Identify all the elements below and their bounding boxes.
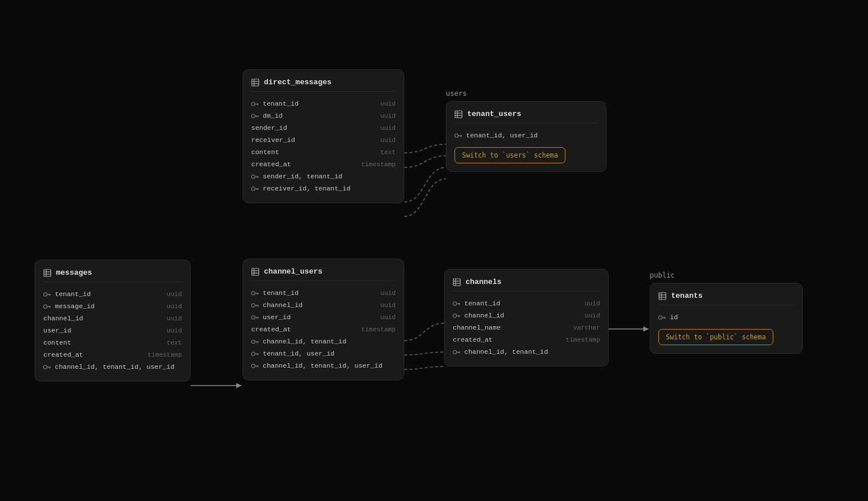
table-row: receiver_id uuid bbox=[251, 134, 396, 146]
svg-point-46 bbox=[251, 303, 255, 306]
table-name: messages bbox=[56, 268, 92, 277]
svg-rect-38 bbox=[252, 268, 259, 275]
table-row: channel_id, tenant_id, user_id bbox=[251, 360, 396, 372]
svg-point-26 bbox=[43, 292, 47, 296]
table-row: tenant_id uuid bbox=[251, 287, 396, 299]
table-icon bbox=[455, 110, 463, 118]
svg-point-54 bbox=[251, 339, 255, 343]
table-row: created_at timestamp bbox=[453, 334, 600, 346]
schema-label: users bbox=[446, 89, 606, 98]
key-icon bbox=[251, 174, 259, 180]
table-row: content text bbox=[251, 146, 396, 158]
table-row: tenant_id, user_id bbox=[455, 129, 598, 141]
key-icon bbox=[251, 186, 259, 192]
table-messages: messages tenant_id uuid message_id uuid … bbox=[35, 260, 191, 382]
table-direct-messages: direct_messages tenant_id uuid dm_id uui… bbox=[243, 69, 404, 203]
table-row: receiver_id, tenant_id bbox=[251, 182, 396, 195]
svg-point-34 bbox=[43, 365, 47, 368]
svg-point-50 bbox=[251, 315, 255, 319]
key-icon bbox=[251, 315, 259, 320]
table-row: tenant_id uuid bbox=[43, 288, 182, 300]
svg-point-18 bbox=[251, 186, 255, 190]
table-row: created_at timestamp bbox=[43, 349, 182, 361]
svg-rect-2 bbox=[252, 79, 259, 86]
svg-point-70 bbox=[453, 301, 456, 305]
table-row: channel_id, tenant_id, user_id bbox=[43, 361, 182, 373]
table-row: channel_name varchar bbox=[453, 321, 600, 334]
svg-rect-22 bbox=[44, 270, 51, 276]
key-icon bbox=[43, 291, 51, 297]
table-icon bbox=[43, 269, 51, 277]
table-row: user_id uuid bbox=[251, 311, 396, 323]
svg-point-58 bbox=[251, 352, 255, 355]
key-icon bbox=[251, 113, 259, 119]
table-icon bbox=[251, 268, 259, 276]
schema-public-box: public tenants id Switch to `public` sch… bbox=[650, 271, 803, 354]
key-icon bbox=[453, 349, 461, 355]
table-name: direct_messages bbox=[264, 78, 331, 87]
key-icon bbox=[43, 304, 51, 309]
key-icon bbox=[43, 364, 51, 370]
svg-point-42 bbox=[251, 291, 255, 294]
key-icon bbox=[251, 363, 259, 369]
table-name: channel_users bbox=[264, 267, 322, 276]
switch-to-users-schema-button[interactable]: Switch to `users` schema bbox=[455, 147, 565, 163]
svg-point-74 bbox=[453, 313, 456, 317]
key-icon bbox=[251, 101, 259, 107]
table-row: sender_id, tenant_id bbox=[251, 170, 396, 182]
svg-point-14 bbox=[251, 174, 255, 178]
table-row: channel_id, tenant_id bbox=[251, 335, 396, 347]
svg-point-10 bbox=[251, 114, 255, 117]
table-icon bbox=[251, 78, 259, 87]
schema-label: public bbox=[650, 271, 803, 279]
table-row: message_id uuid bbox=[43, 300, 182, 312]
schema-table-name: tenants bbox=[671, 291, 703, 300]
table-row: tenant_id, user_id bbox=[251, 347, 396, 360]
table-row: tenant_id uuid bbox=[453, 297, 600, 309]
table-icon bbox=[453, 278, 461, 286]
key-icon bbox=[453, 313, 461, 319]
svg-point-62 bbox=[251, 364, 255, 367]
svg-rect-82 bbox=[455, 111, 462, 118]
table-row: dm_id uuid bbox=[251, 110, 396, 122]
schema-table-name: tenant_users bbox=[467, 110, 521, 118]
switch-to-public-schema-button[interactable]: Switch to `public` schema bbox=[658, 329, 773, 345]
table-row: tenant_id uuid bbox=[251, 98, 396, 110]
table-row: content text bbox=[43, 337, 182, 349]
svg-point-86 bbox=[455, 133, 458, 137]
key-icon bbox=[658, 315, 666, 320]
svg-rect-90 bbox=[659, 293, 666, 300]
key-icon bbox=[251, 290, 259, 296]
table-channel-users: channel_users tenant_id uuid channel_id … bbox=[243, 259, 404, 380]
key-icon bbox=[453, 301, 461, 306]
key-icon bbox=[251, 339, 259, 345]
table-row: created_at timestamp bbox=[251, 158, 396, 170]
schema-users-box: users tenant_users tenant_id, user_id Sw… bbox=[446, 89, 606, 172]
key-icon bbox=[251, 351, 259, 357]
key-icon bbox=[251, 302, 259, 308]
table-row: channel_id, tenant_id bbox=[453, 346, 600, 358]
table-name: channels bbox=[465, 278, 501, 286]
table-icon bbox=[658, 292, 666, 300]
table-row: channel_id uuid bbox=[251, 299, 396, 311]
key-icon bbox=[455, 133, 463, 139]
svg-rect-66 bbox=[453, 279, 460, 286]
table-row: channel_id uuid bbox=[43, 312, 182, 324]
svg-point-78 bbox=[453, 350, 456, 353]
table-row: created_at timestamp bbox=[251, 323, 396, 335]
table-row: id bbox=[658, 311, 794, 323]
table-row: channel_id uuid bbox=[453, 309, 600, 321]
svg-point-30 bbox=[43, 304, 47, 308]
svg-point-6 bbox=[251, 102, 255, 105]
table-channels: channels tenant_id uuid channel_id uuid … bbox=[444, 269, 609, 367]
table-row: user_id uuid bbox=[43, 324, 182, 337]
svg-point-94 bbox=[658, 315, 662, 319]
table-row: sender_id uuid bbox=[251, 122, 396, 134]
